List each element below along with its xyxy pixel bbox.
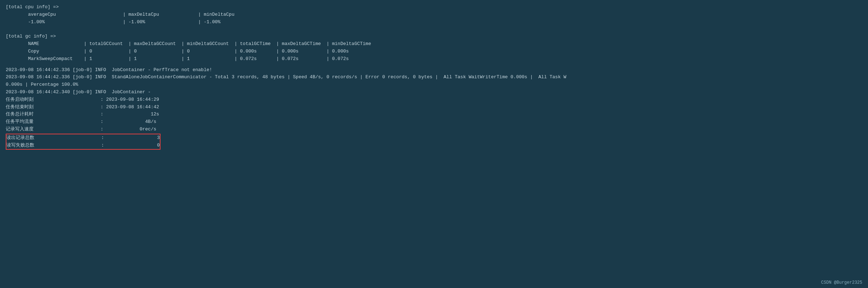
task-end-time: 任务结束时刻 : 2023-09-08 16:44:42 [6, 104, 862, 111]
log-line-2b: 0.000s | Percentage 100.0% [6, 81, 862, 89]
terminal-container: [total cpu info] => averageCpu | maxDelt… [0, 0, 868, 288]
log-line-2: 2023-09-08 16:44:42.336 [job-0] INFO Sta… [6, 74, 862, 81]
total-cpu-header: [total cpu info] => [6, 4, 862, 11]
read-fail-stat: 读写失败总数 : 0 [6, 142, 160, 149]
highlighted-section: 读出记录总数 : 3 读写失败总数 : 0 [6, 134, 161, 150]
read-records-stat: 读出记录总数 : 3 [6, 134, 160, 142]
spacer3 [6, 63, 862, 66]
task-total-duration: 任务总计耗时 : 12s [6, 111, 862, 118]
log-line-1: 2023-09-08 16:44:42.336 [job-0] INFO Job… [6, 66, 862, 74]
cpu-col-headers: averageCpu | maxDeltaCpu | minDeltaCpu [6, 11, 862, 19]
task-avg-throughput: 任务平均流量 : 4B/s [6, 118, 862, 126]
task-start-time: 任务启动时刻 : 2023-09-08 16:44:29 [6, 96, 862, 104]
log-line-3: 2023-09-08 16:44:42.340 [job-0] INFO Job… [6, 89, 862, 96]
spacer2 [6, 29, 862, 33]
gc-mark-row: MarkSweepCompact | 1 | 1 | 1 | 0.072s | … [6, 55, 862, 63]
watermark: CSDN @Burger2325 [821, 280, 862, 285]
cpu-values: -1.00% | -1.00% | -1.00% [6, 19, 862, 26]
write-speed-stat: 记录写入速度 : 0rec/s [6, 126, 862, 133]
gc-col-headers: NAME | totalGCCount | maxDeltaGCCount | … [6, 40, 862, 48]
total-gc-header: [total gc info] => [6, 33, 862, 40]
spacer1 [6, 26, 862, 29]
gc-copy-row: Copy | 0 | 0 | 0 | 0.000s | 0.000s | 0.0… [6, 48, 862, 55]
